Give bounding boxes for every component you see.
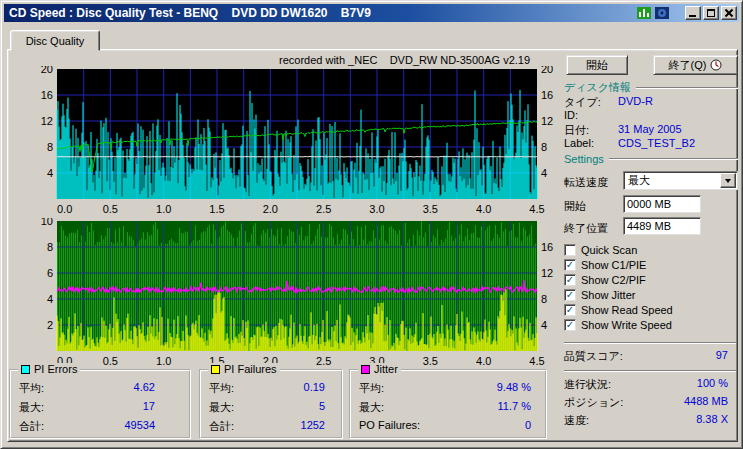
pi-errors-legend: PI Errors — [18, 363, 80, 375]
pi-errors-chart: 20161284201612840.00.51.01.52.02.53.03.5… — [9, 66, 561, 218]
stat-row: 平均: 4.62 — [11, 378, 189, 397]
checkbox-show-read-speed[interactable]: ✓ Show Read Speed — [564, 303, 673, 316]
svg-text:1.0: 1.0 — [156, 203, 171, 215]
svg-text:4.5: 4.5 — [529, 203, 544, 215]
svg-text:3.0: 3.0 — [369, 203, 384, 215]
stat-value: 0 — [525, 419, 531, 431]
checkbox-label: Show Read Speed — [581, 304, 673, 316]
pi-errors-stats-box: PI Errors 平均: 4.62 最大: 17 合計: 49534 — [9, 369, 191, 439]
svg-text:12: 12 — [541, 115, 553, 127]
svg-text:6: 6 — [47, 267, 53, 279]
stat-label: 平均: — [359, 381, 384, 396]
svg-text:8: 8 — [47, 141, 53, 153]
checkbox-show-jitter[interactable]: ✓ Show Jitter — [564, 288, 635, 301]
pi-failures-stats-box: PI Failures 平均: 0.19 最大: 5 合計: 1252 — [199, 369, 343, 439]
checkbox-box[interactable]: ✓ — [564, 304, 576, 316]
checkbox-quick-scan[interactable]: Quick Scan — [564, 243, 637, 256]
disc-icon — [655, 7, 669, 19]
stat-label: 平均: — [19, 381, 44, 396]
svg-text:4: 4 — [47, 167, 53, 179]
jitter-legend: Jitter — [358, 363, 401, 375]
pi-failures-color-swatch — [211, 365, 220, 374]
svg-text:10: 10 — [41, 218, 53, 227]
titlebar-chart-icon[interactable] — [635, 6, 652, 20]
dropdown-button[interactable] — [720, 173, 736, 188]
checkbox-box[interactable]: ✓ — [564, 274, 576, 286]
settings-section-header: Settings — [564, 153, 738, 165]
separator — [564, 342, 736, 344]
end-position-input[interactable] — [623, 217, 701, 235]
checkbox-show-c2-pif[interactable]: ✓ Show C2/PIF — [564, 273, 646, 286]
svg-text:4: 4 — [541, 319, 547, 331]
pi-errors-color-swatch — [21, 365, 30, 374]
svg-text:8: 8 — [47, 241, 53, 253]
svg-text:8: 8 — [541, 141, 547, 153]
stat-row: 最大: 11.7 % — [351, 397, 545, 416]
disc-type-value: DVD-R — [618, 95, 653, 107]
svg-text:20: 20 — [541, 66, 553, 75]
exit-button[interactable]: 終了(Q) — [653, 55, 738, 75]
app-window: CD Speed : Disc Quality Test - BENQ DVD … — [0, 0, 743, 449]
svg-text:2.0: 2.0 — [263, 203, 278, 215]
checkbox-label: Show Jitter — [581, 289, 635, 301]
stat-value: 49534 — [124, 419, 155, 431]
jitter-legend-label: Jitter — [374, 363, 398, 375]
pi-failures-legend-label: PI Failures — [224, 363, 277, 375]
transfer-speed-label: 転送速度 — [564, 175, 608, 190]
end-position-label: 終了位置 — [564, 221, 608, 236]
svg-text:2: 2 — [47, 319, 53, 331]
progress-value: 100 % — [564, 377, 728, 389]
stat-value: 5 — [319, 400, 325, 412]
svg-text:12: 12 — [541, 267, 553, 279]
stat-value: 9.48 % — [497, 381, 531, 393]
svg-text:1.0: 1.0 — [156, 355, 171, 367]
stat-label: 最大: — [19, 400, 44, 415]
svg-text:4.0: 4.0 — [476, 203, 491, 215]
stat-label: PO Failures: — [359, 419, 420, 431]
disc-info-section-header: ディスク情報 — [564, 80, 738, 95]
checkbox-label: Quick Scan — [581, 244, 637, 256]
stat-row: 最大: 17 — [11, 397, 189, 416]
checkbox-box[interactable]: ✓ — [564, 319, 576, 331]
separator — [564, 370, 736, 372]
disc-label-label: Label: — [564, 137, 594, 149]
close-button[interactable] — [721, 6, 737, 20]
stat-label: 合計: — [209, 419, 234, 434]
disc-label-value: CDS_TEST_B2 — [618, 137, 695, 149]
section-rule — [609, 158, 738, 160]
transfer-speed-select[interactable]: 最大 — [623, 171, 738, 190]
maximize-button[interactable] — [703, 6, 719, 20]
svg-text:4: 4 — [541, 167, 547, 179]
stat-row: 平均: 0.19 — [201, 378, 341, 397]
disc-id-label: ID: — [564, 109, 578, 121]
pi-failures-jitter-chart: 1086421612840.00.51.01.52.02.53.03.54.04… — [9, 218, 561, 370]
chart-icon — [637, 7, 651, 19]
checkbox-box[interactable]: ✓ — [564, 289, 576, 301]
stat-label: 平均: — [209, 381, 234, 396]
start-button[interactable]: 開始 — [566, 55, 628, 75]
stat-value: 0.19 — [304, 381, 325, 393]
recorded-with-label: recorded with _NEC DVD_RW ND-3500AG v2.1… — [279, 54, 530, 66]
stat-row: 最大: 5 — [201, 397, 341, 416]
checkbox-label: Show C2/PIF — [581, 274, 646, 286]
stat-label: 最大: — [209, 400, 234, 415]
disc-info-title: ディスク情報 — [564, 80, 631, 95]
checkbox-box[interactable]: ✓ — [564, 259, 576, 271]
tab-disc-quality[interactable]: Disc Quality — [10, 30, 100, 51]
start-position-input[interactable] — [623, 195, 701, 213]
titlebar-disc-icon[interactable] — [653, 6, 670, 20]
pi-failures-legend: PI Failures — [208, 363, 280, 375]
stat-value: 4.62 — [134, 381, 155, 393]
checkbox-show-write-speed[interactable]: ✓ Show Write Speed — [564, 318, 672, 331]
minimize-button[interactable] — [685, 6, 701, 20]
checkbox-show-c1-pie[interactable]: ✓ Show C1/PIE — [564, 258, 646, 271]
start-button-label: 開始 — [586, 58, 608, 73]
checkbox-box[interactable] — [564, 244, 576, 256]
settings-title: Settings — [564, 153, 604, 165]
chevron-down-icon — [725, 179, 731, 183]
stat-row: 合計: 1252 — [201, 416, 341, 435]
quality-score-value: 97 — [564, 349, 728, 361]
svg-text:20: 20 — [41, 66, 53, 75]
titlebar[interactable]: CD Speed : Disc Quality Test - BENQ DVD … — [4, 4, 739, 22]
stat-value: 11.7 % — [498, 400, 531, 412]
